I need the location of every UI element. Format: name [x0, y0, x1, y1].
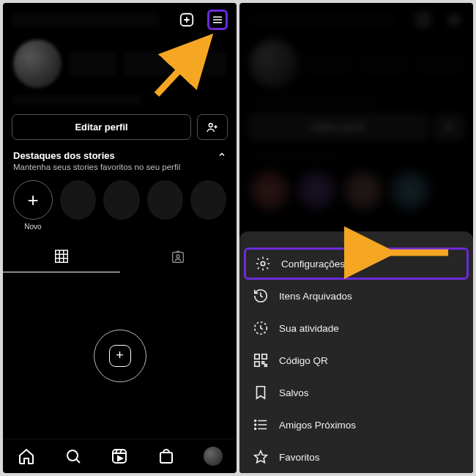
- svg-point-6: [209, 123, 212, 127]
- menu-item-label: Configurações: [281, 259, 345, 269]
- create-button[interactable]: [176, 10, 197, 30]
- qr-icon: [253, 352, 269, 368]
- nav-profile[interactable]: [204, 447, 223, 466]
- header: [3, 3, 237, 37]
- highlights-section: Destaques dos stories Mantenha seus stor…: [3, 149, 237, 173]
- avatar[interactable]: [13, 40, 62, 88]
- bottom-sheet-menu: ConfiguraçõesItens ArquivadosSua ativida…: [239, 231, 473, 473]
- menu-item-label: Amigos Próximos: [279, 420, 356, 431]
- edit-profile-button[interactable]: Editar perfil: [12, 114, 191, 140]
- settings-icon: [255, 256, 271, 272]
- svg-point-46: [255, 424, 256, 425]
- plus-icon: +: [13, 180, 53, 220]
- create-button[interactable]: [413, 10, 434, 30]
- menu-item-bookmark[interactable]: Salvos: [239, 376, 473, 409]
- menu-item-label: Itens Arquivados: [279, 291, 352, 302]
- menu-item-label: Sua atividade: [279, 323, 339, 334]
- svg-point-45: [255, 420, 256, 422]
- stat-posts[interactable]: [69, 51, 116, 76]
- chevron-up-icon[interactable]: [217, 150, 226, 161]
- svg-rect-41: [265, 365, 267, 367]
- menu-item-label: Favoritos: [279, 452, 320, 463]
- stat-following[interactable]: [179, 51, 226, 76]
- stats-row: [3, 37, 237, 91]
- story-placeholder: [147, 180, 183, 220]
- stat-followers[interactable]: [124, 51, 171, 76]
- svg-point-16: [67, 450, 78, 461]
- svg-point-15: [176, 255, 179, 258]
- star-icon: [253, 449, 269, 465]
- empty-feed: +: [3, 272, 237, 439]
- svg-marker-22: [118, 456, 122, 461]
- create-first-post-button[interactable]: +: [94, 330, 146, 382]
- avatar-icon: [204, 447, 223, 466]
- hamburger-menu-button[interactable]: [207, 10, 228, 30]
- tab-grid[interactable]: [3, 241, 120, 272]
- svg-rect-37: [255, 354, 259, 359]
- bookmark-icon: [253, 384, 269, 401]
- nav-home[interactable]: [17, 447, 36, 466]
- tab-tagged[interactable]: [120, 241, 237, 272]
- menu-item-label: Código QR: [279, 355, 328, 366]
- display-name-blur: [13, 95, 141, 105]
- history-icon: [253, 288, 269, 304]
- menu-item-list[interactable]: Amigos Próximos: [239, 409, 473, 441]
- profile-tabs: [3, 241, 237, 272]
- username-blur: [12, 13, 159, 26]
- svg-rect-23: [160, 453, 172, 463]
- story-placeholder: [60, 180, 96, 220]
- nav-search[interactable]: [64, 447, 83, 466]
- story-new-label: Novo: [24, 223, 41, 231]
- menu-item-activity[interactable]: Sua atividade: [239, 312, 473, 344]
- highlights-title: Destaques dos stories: [13, 150, 115, 161]
- svg-point-35: [261, 261, 265, 266]
- highlights-sub: Mantenha seus stories favoritos no seu p…: [13, 163, 226, 171]
- svg-point-47: [255, 428, 256, 430]
- svg-rect-39: [255, 362, 259, 366]
- bottom-nav: [3, 439, 237, 473]
- nav-reels[interactable]: [110, 447, 129, 466]
- activity-icon: [253, 320, 269, 336]
- svg-rect-38: [262, 354, 267, 359]
- dimmed-bg: Editar perfil: [239, 3, 473, 213]
- phone-menu: Editar perfil ConfiguraçõesItens Arquiva…: [239, 3, 473, 473]
- plus-icon: +: [109, 345, 131, 367]
- list-icon: [253, 417, 269, 433]
- menu-item-settings[interactable]: Configurações: [244, 248, 469, 280]
- discover-people-button[interactable]: [197, 114, 228, 140]
- nav-shop[interactable]: [157, 447, 176, 466]
- svg-point-32: [445, 123, 449, 127]
- phone-profile: Editar perfil Destaques dos stories Mant…: [3, 3, 237, 473]
- svg-marker-48: [255, 451, 267, 463]
- story-new[interactable]: + Novo: [13, 180, 53, 231]
- menu-item-star[interactable]: Favoritos: [239, 441, 473, 473]
- edit-profile-button[interactable]: Editar perfil: [248, 114, 428, 140]
- svg-rect-9: [56, 250, 68, 263]
- story-placeholder: [190, 180, 226, 220]
- discover-people-button[interactable]: [434, 114, 464, 140]
- story-placeholder: [103, 180, 139, 220]
- menu-item-qr[interactable]: Código QR: [239, 344, 473, 376]
- svg-line-17: [76, 459, 80, 463]
- stories-row[interactable]: + Novo: [3, 173, 237, 234]
- menu-item-label: Salvos: [279, 387, 309, 398]
- svg-rect-40: [262, 362, 264, 364]
- menu-item-history[interactable]: Itens Arquivados: [239, 280, 473, 312]
- hamburger-menu-button[interactable]: [444, 10, 464, 30]
- sheet-grabber[interactable]: [343, 239, 370, 242]
